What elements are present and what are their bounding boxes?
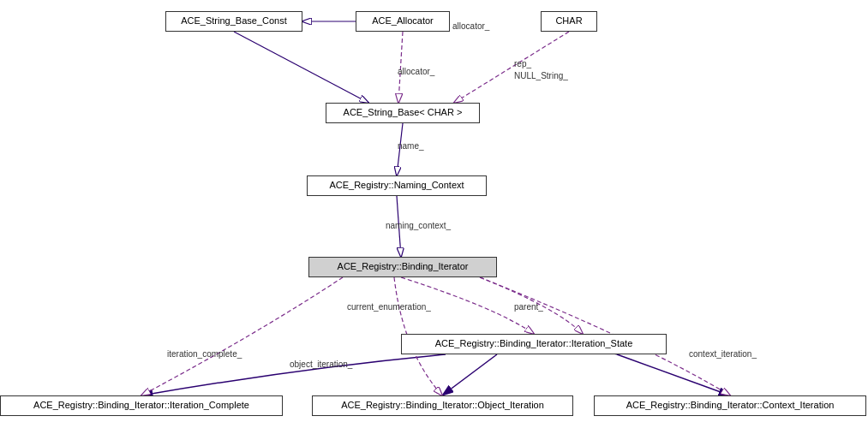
label-iteration-complete: iteration_complete_ — [167, 349, 242, 359]
label-name: name_ — [398, 141, 424, 151]
node-ace-string-base: ACE_String_Base< CHAR > — [326, 103, 480, 123]
label-allocator-bottom: allocator_ — [398, 67, 434, 76]
node-char: CHAR — [541, 11, 597, 32]
node-ace-registry-naming-context: ACE_Registry::Naming_Context — [307, 175, 487, 196]
diagram-container: ACE_String_Base_Const ACE_Allocator CHAR… — [0, 0, 868, 428]
node-ace-binding-iterator-iteration-state: ACE_Registry::Binding_Iterator::Iteratio… — [401, 334, 667, 354]
label-naming-context: naming_context_ — [386, 221, 451, 230]
node-ace-binding-iterator-context-iteration: ACE_Registry::Binding_Iterator::Context_… — [594, 395, 866, 416]
svg-line-10 — [442, 354, 497, 395]
label-current-enumeration: current_enumeration_ — [347, 302, 431, 312]
arrows-svg — [0, 0, 868, 428]
label-context-iteration: context_iteration_ — [689, 349, 757, 359]
node-ace-binding-iterator-iteration-complete: ACE_Registry::Binding_Iterator::Iteratio… — [0, 395, 283, 416]
svg-line-4 — [234, 32, 368, 103]
label-object-iteration: object_iteration_ — [290, 360, 352, 369]
label-parent: parent_ — [514, 302, 543, 312]
node-ace-string-base-const: ACE_String_Base_Const — [165, 11, 302, 32]
node-ace-registry-binding-iterator: ACE_Registry::Binding_Iterator — [308, 257, 497, 277]
svg-line-11 — [617, 354, 730, 395]
label-allocator-top: allocator_ — [452, 21, 489, 31]
node-ace-allocator: ACE_Allocator — [356, 11, 450, 32]
node-ace-binding-iterator-object-iteration: ACE_Registry::Binding_Iterator::Object_I… — [312, 395, 573, 416]
label-rep-null-string: rep_ NULL_String_ — [514, 58, 568, 82]
